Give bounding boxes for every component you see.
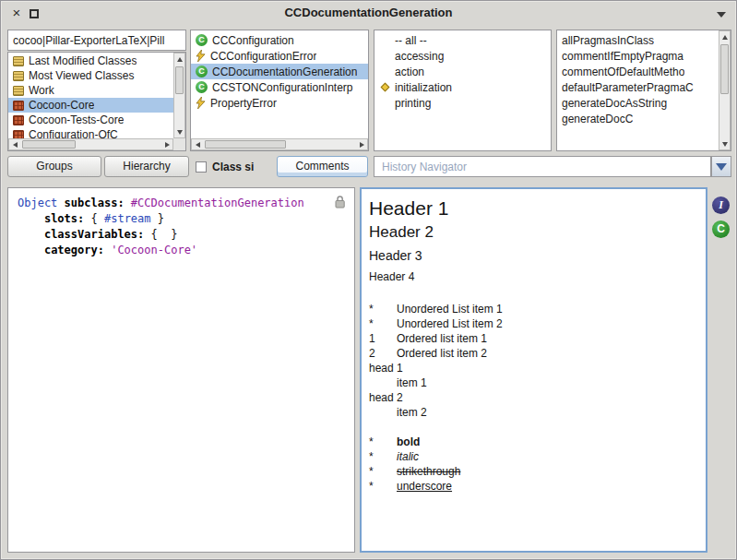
comment-list-item: *strikethrough [369,464,698,479]
class-comment-button[interactable]: C [712,220,730,238]
class-list: CCCConfigurationCCConfigurationErrorCCCD… [191,30,368,138]
class-list-item[interactable]: CCConfigurationError [191,48,368,64]
protocol-list-item[interactable]: action [374,64,551,79]
class-list-item[interactable]: CCCConfiguration [191,32,368,48]
scroll-up-icon[interactable] [174,54,184,65]
title-bar[interactable]: × CCDocumentationGeneration [1,1,736,27]
package-pane: Last Modified ClassesMost Viewed Classes… [7,52,186,151]
protocol-list: -- all --accessingactioninitializationpr… [374,30,551,150]
method-list-item[interactable]: defaultParameterPragmaC [557,79,719,95]
protocol-list-item[interactable]: printing [374,95,551,111]
scroll-down-icon[interactable] [174,126,184,137]
class-list-item[interactable]: PropertyError [191,95,368,111]
list-marker: * [369,464,397,479]
code-token: category: [44,244,104,256]
class-list-item-label: CCConfigurationError [210,50,316,63]
class-icon: C [196,66,208,77]
list-marker: * [369,479,397,494]
comment-item-text: Ordered list item 2 [397,346,487,361]
groups-button[interactable]: Groups [7,156,101,177]
scroll-right-icon[interactable] [161,139,172,149]
class-pane: CCCConfigurationCCConfigurationErrorCCCD… [190,30,369,151]
code-token [18,244,44,256]
group-icon [13,86,24,96]
protocol-icon [379,82,390,93]
scroll-right-icon[interactable] [356,139,367,149]
scrollbar-thumb[interactable] [720,44,729,94]
method-list-item[interactable]: commentIfEmptyPragma [557,48,719,64]
scrollbar-thumb[interactable] [205,140,286,149]
protocol-list-item-label: initialization [395,81,452,94]
package-list-item[interactable]: Most Viewed Classes [8,68,173,83]
exception-class-icon [196,97,206,109]
code-token [18,212,44,225]
package-list-item[interactable]: Configuration-OfC [8,127,173,138]
package-list-item[interactable]: Last Modified Classes [8,54,173,68]
horizontal-scrollbar[interactable] [191,138,368,150]
method-pane: allPragmasInClasscommentIfEmptyPragmacom… [556,30,731,151]
package-list-item[interactable]: Work [8,83,173,98]
class-side-checkbox[interactable] [196,161,207,173]
comment-list-item: *underscore [369,479,698,494]
scrollbar-track[interactable] [719,42,730,138]
method-list-item-label: generateDocC [562,113,633,125]
class-side-toggle[interactable]: Class si [196,156,275,177]
code-line: category: 'Cocoon-Core' [18,243,330,258]
scrollbar-thumb[interactable] [175,66,184,94]
vertical-scrollbar[interactable] [719,30,731,150]
comment-list-item: *Unordered List item 1 [369,302,698,316]
class-list-item[interactable]: CCCDocumentationGeneration [191,64,368,79]
scrollbar-thumb[interactable] [22,140,76,149]
scrollbar-track[interactable] [203,139,356,149]
package-filter-input[interactable] [8,30,185,50]
scroll-left-icon[interactable] [192,139,203,149]
comments-button[interactable]: Comments [277,156,368,177]
scrollbar-track[interactable] [20,139,161,149]
package-list-item-label: Configuration-OfC [29,128,118,138]
code-token [18,228,44,241]
hierarchy-button[interactable]: Hierarchy [104,156,189,177]
window-title: CCDocumentationGeneration [1,1,736,27]
scroll-down-icon[interactable] [719,138,730,149]
scroll-left-icon[interactable] [9,139,20,149]
spacer-icon [379,98,390,109]
horizontal-scrollbar[interactable] [8,138,173,150]
method-list-item[interactable]: commentOfDefaultMetho [557,64,719,79]
history-navigator-input[interactable] [374,157,710,176]
comment-text-line: item 2 [369,405,698,420]
scroll-up-icon[interactable] [719,31,730,42]
comment-list-item: 2Ordered list item 2 [369,346,698,361]
comment-item-text: Unordered List item 2 [397,316,503,331]
package-list-item[interactable]: Cocoon-Core [8,98,173,113]
code-token: { } [144,228,177,241]
code-token: Object [18,197,57,209]
method-list-item[interactable]: generateDocC [557,111,719,126]
class-list-item[interactable]: CCCSTONConfigurationInterp [191,79,368,95]
method-list-item-label: allPragmasInClass [562,34,654,47]
protocol-list-item-label: -- all -- [395,34,427,47]
scrollbar-track[interactable] [174,65,184,126]
method-list-item[interactable]: allPragmasInClass [557,32,719,48]
protocol-list-item[interactable]: -- all -- [374,32,551,48]
comment-preview[interactable]: Header 1Header 2Header 3Header 4*Unorder… [360,187,707,553]
code-editor[interactable]: Object subclass: #CCDocumentationGenerat… [7,187,355,553]
comment-list-item: *bold [369,435,698,449]
method-list-item[interactable]: generateDocAsString [557,95,719,111]
vertical-scrollbar[interactable] [173,53,185,138]
group-icon [13,56,24,66]
protocol-list-item[interactable]: accessing [374,48,551,64]
history-dropdown-button[interactable] [711,156,731,177]
list-marker: * [369,449,397,464]
comment-heading-h4: Header 4 [369,267,698,287]
comment-item-text: underscore [397,479,452,494]
protocol-list-item-label: action [395,66,424,78]
comment-spacer [369,287,698,302]
protocol-list-item[interactable]: initialization [374,79,551,95]
code-token: classVariables: [44,228,144,241]
lock-icon[interactable] [334,195,346,209]
comment-item-text: italic [397,449,419,464]
window-menu-icon[interactable] [717,12,726,18]
package-list-item[interactable]: Cocoon-Tests-Core [8,113,173,127]
protocol-list-item-label: printing [395,97,431,110]
info-button[interactable]: I [712,197,730,214]
